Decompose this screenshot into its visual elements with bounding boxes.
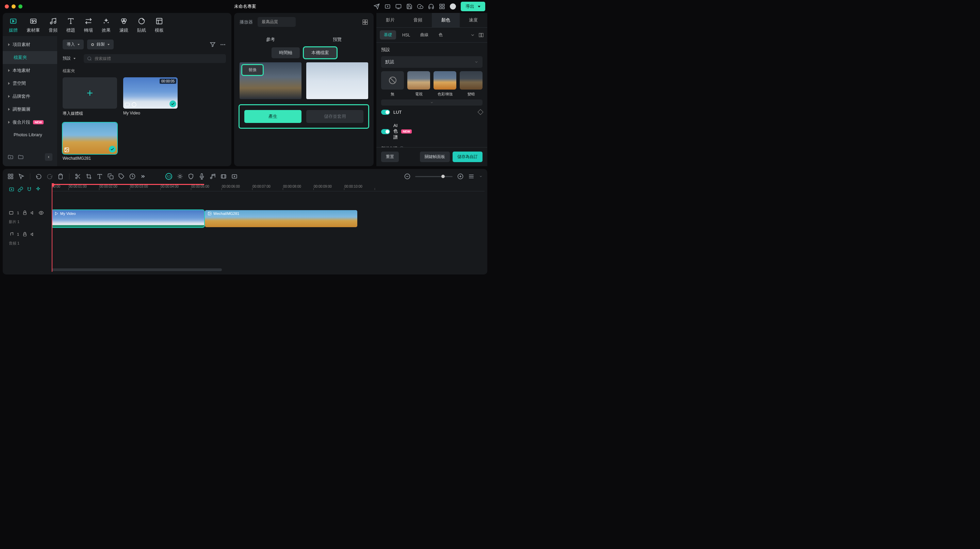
tab-stock[interactable]: 素材庫 <box>27 17 40 34</box>
cursor-icon[interactable] <box>18 173 24 179</box>
media-tile-image[interactable]: WechatIMG281 <box>63 123 117 161</box>
layout-icon[interactable] <box>8 173 14 179</box>
reference-tab[interactable]: 參考 <box>266 37 275 43</box>
enhance-icon[interactable] <box>177 173 183 179</box>
tab-transition[interactable]: 轉場 <box>84 17 93 34</box>
reset-button[interactable]: 重置 <box>381 152 399 162</box>
lut-toggle[interactable] <box>381 110 390 115</box>
add-marker-icon[interactable] <box>231 173 237 179</box>
replace-button[interactable]: 替換 <box>242 65 263 75</box>
text-icon[interactable] <box>97 173 103 179</box>
tab-filter[interactable]: 濾鏡 <box>119 17 128 34</box>
more-icon[interactable] <box>220 41 226 48</box>
redo-icon[interactable] <box>47 173 53 179</box>
download-icon[interactable] <box>385 3 391 10</box>
lock-icon[interactable] <box>22 232 27 237</box>
tab-template[interactable]: 模板 <box>155 17 164 34</box>
apps-grid-icon[interactable] <box>439 3 445 10</box>
add-track-icon[interactable] <box>9 187 14 192</box>
video-track-header[interactable]: 1 <box>8 209 49 217</box>
horizontal-scrollbar[interactable] <box>52 268 222 271</box>
import-dropdown[interactable]: 導入 <box>63 40 84 49</box>
cloud-icon[interactable] <box>417 3 423 10</box>
timeline-ruler[interactable]: 00:00 00:00:01:00 00:00:02:00 00:00:03:0… <box>52 183 485 192</box>
sidebar-item-cloud[interactable]: 雲空間 <box>3 77 57 90</box>
playhead[interactable] <box>52 183 52 272</box>
chevron-down-icon[interactable] <box>470 33 475 37</box>
reference-image[interactable]: 替換 <box>240 62 301 99</box>
tab-audio[interactable]: 音頻 <box>49 17 57 34</box>
sidebar-item-project-media[interactable]: 項目素材 <box>3 38 57 51</box>
folder-icon[interactable] <box>18 154 24 160</box>
close-window-button[interactable] <box>5 5 9 8</box>
headphones-icon[interactable] <box>428 3 434 10</box>
user-avatar[interactable] <box>450 3 456 10</box>
preset-tv[interactable]: 電視 <box>407 71 430 97</box>
color-sub-hsl[interactable]: HSL <box>398 31 414 39</box>
tab-sticker[interactable]: 貼紙 <box>137 17 146 34</box>
color-sub-wheel[interactable]: 色 <box>434 30 447 40</box>
export-button[interactable]: 導出 <box>461 2 485 11</box>
sidebar-item-adjustment[interactable]: 調整圖層 <box>3 103 57 116</box>
auto-ripple-icon[interactable] <box>35 187 41 192</box>
marker-icon[interactable] <box>221 173 227 179</box>
timeline-tracks-area[interactable]: 00:00 00:00:01:00 00:00:02:00 00:00:03:0… <box>52 183 485 272</box>
preset-selector[interactable]: 默認 <box>381 56 482 68</box>
save-custom-button[interactable]: 儲存為自訂 <box>453 152 482 162</box>
ref-source-local-file[interactable]: 本機檔案 <box>304 47 337 58</box>
crop-icon[interactable] <box>86 173 92 179</box>
sidebar-item-photos-library[interactable]: Photos Library <box>3 129 57 140</box>
mute-icon[interactable] <box>30 211 35 215</box>
compare-icon[interactable] <box>479 32 484 38</box>
send-icon[interactable] <box>374 3 380 10</box>
color-tag-icon[interactable] <box>118 173 124 179</box>
collapse-sidebar-button[interactable] <box>45 153 52 161</box>
inspector-tab-color[interactable]: 顏色 <box>432 13 460 27</box>
timeline-clip-video[interactable]: My Video <box>52 210 204 227</box>
mute-icon[interactable] <box>30 232 35 237</box>
monitor-icon[interactable] <box>395 3 401 10</box>
minimize-window-button[interactable] <box>11 5 16 8</box>
quality-select[interactable]: 最高品質 <box>258 17 296 27</box>
keyframe-panel-button[interactable]: 關鍵幀面板 <box>420 152 450 162</box>
inspector-tab-audio[interactable]: 音頻 <box>404 13 432 27</box>
color-sub-basic[interactable]: 基礎 <box>380 30 396 40</box>
sidebar-item-compound[interactable]: 復合片段NEW <box>3 116 57 129</box>
keyframe-diamond-icon[interactable] <box>478 109 484 115</box>
delete-icon[interactable] <box>57 173 64 179</box>
sidebar-item-folders[interactable]: 檔案夾 <box>3 51 57 64</box>
new-folder-icon[interactable] <box>8 154 14 160</box>
more-tools-icon[interactable] <box>140 174 146 179</box>
inspector-tab-video[interactable]: 影片 <box>376 13 404 27</box>
tab-title[interactable]: 標題 <box>66 17 75 34</box>
smiley-icon[interactable] <box>165 173 172 180</box>
filter-icon[interactable] <box>210 41 216 48</box>
speed-icon[interactable] <box>129 173 135 179</box>
zoom-out-icon[interactable] <box>404 173 410 179</box>
preset-darken[interactable]: 變暗 <box>460 71 482 97</box>
inspector-tab-speed[interactable]: 速度 <box>460 13 488 27</box>
zoom-in-icon[interactable] <box>457 173 463 179</box>
timeline-clip-image[interactable]: WechatIMG281 <box>205 210 357 227</box>
eye-icon[interactable] <box>39 211 43 215</box>
ai-color-toggle-row[interactable]: AI 色譜 NEW <box>381 119 482 144</box>
ai-color-toggle[interactable] <box>381 129 390 134</box>
preset-none[interactable]: 無 <box>381 71 404 97</box>
maximize-window-button[interactable] <box>18 5 22 8</box>
link-clips-icon[interactable] <box>18 187 23 192</box>
mic-icon[interactable] <box>199 173 205 179</box>
grid-view-icon[interactable] <box>362 19 368 25</box>
search-input[interactable] <box>84 54 226 63</box>
sidebar-item-brand-kit[interactable]: 品牌套件 <box>3 90 57 103</box>
audio-track-header[interactable]: 1 <box>8 231 49 238</box>
zoom-slider[interactable] <box>415 176 453 177</box>
color-sub-curves[interactable]: 曲線 <box>416 30 433 40</box>
shield-icon[interactable] <box>188 173 194 179</box>
undo-icon[interactable] <box>36 173 42 179</box>
tab-media[interactable]: 媒體 <box>9 17 18 34</box>
ref-source-timeline[interactable]: 時間軸 <box>272 47 300 58</box>
audio-edit-icon[interactable] <box>210 173 216 179</box>
lock-icon[interactable] <box>22 211 27 215</box>
record-dropdown[interactable]: 錄製 <box>87 40 114 49</box>
preview-tab[interactable]: 預覽 <box>333 37 342 43</box>
